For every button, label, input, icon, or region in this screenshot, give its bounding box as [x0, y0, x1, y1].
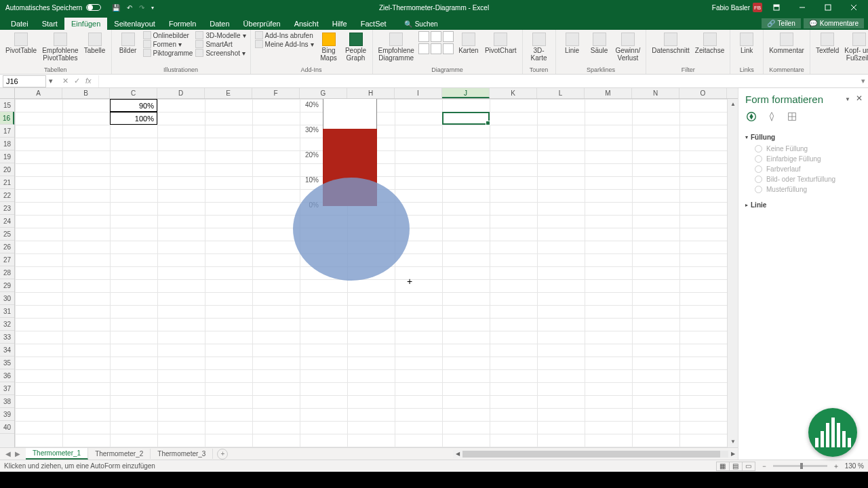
autosave-toggle[interactable]: Automatisches Speichern — [5, 4, 101, 12]
col-header-J[interactable]: J — [442, 88, 490, 98]
sheet-tab-1[interactable]: Thermometer_1 — [26, 448, 88, 460]
section-linie[interactable]: ▸Linie — [745, 199, 861, 211]
col-header-F[interactable]: F — [252, 88, 300, 98]
3d-modelle-button[interactable]: 3D-Modelle ▾ — [195, 31, 245, 39]
col-header-N[interactable]: N — [632, 88, 679, 98]
tab-einfuegen[interactable]: Einfügen — [64, 18, 107, 30]
row-header-35[interactable]: 35 — [0, 357, 14, 369]
row-header-26[interactable]: 26 — [0, 241, 14, 253]
redo-icon[interactable]: ↷ — [139, 4, 144, 12]
3d-karte-button[interactable]: 3D- Karte — [527, 31, 551, 63]
panel-close-button[interactable]: ✕ — [856, 94, 863, 103]
row-header-17[interactable]: 17 — [0, 125, 14, 138]
confirm-icon[interactable]: ✓ — [74, 77, 80, 85]
tell-me-search[interactable]: 🔍 Suchen — [404, 20, 438, 30]
row-header-36[interactable]: 36 — [0, 369, 14, 382]
qat-dropdown-icon[interactable]: ▾ — [151, 5, 154, 11]
comments-button[interactable]: 💬 Kommentare — [804, 18, 864, 28]
minimize-button[interactable] — [791, 0, 814, 15]
section-fuellung[interactable]: ▾Füllung — [745, 131, 861, 144]
panel-options-dropdown-icon[interactable]: ▼ — [845, 96, 850, 102]
effects-tab-icon[interactable] — [766, 110, 778, 123]
col-header-L[interactable]: L — [537, 88, 585, 98]
row-header-28[interactable]: 28 — [0, 266, 14, 279]
ribbon-options-icon[interactable] — [765, 0, 788, 15]
recommended-pivot-button[interactable]: Empfohlene PivotTables — [41, 31, 79, 63]
people-graph-button[interactable]: People Graph — [344, 31, 368, 63]
row-header-16[interactable]: 16 — [0, 112, 14, 125]
chart-type-icon[interactable] — [431, 43, 441, 54]
tab-daten[interactable]: Daten — [203, 18, 236, 30]
tab-datei[interactable]: Datei — [4, 18, 35, 30]
tab-ueberpruefen[interactable]: Überprüfen — [237, 18, 288, 30]
maximize-button[interactable] — [816, 0, 840, 15]
fill-option-pattern[interactable]: Musterfüllung — [745, 184, 861, 195]
row-header-39[interactable]: 39 — [0, 408, 14, 421]
row-header-33[interactable]: 33 — [0, 331, 14, 344]
fill-option-picture[interactable]: Bild- oder Texturfüllung — [745, 174, 861, 184]
chart-type-icon[interactable] — [443, 43, 454, 54]
datenschnitt-button[interactable]: Datenschnitt — [650, 31, 691, 56]
fill-line-tab-icon[interactable] — [745, 110, 757, 123]
piktogramme-button[interactable]: Piktogramme — [143, 49, 193, 57]
name-box[interactable]: J16 — [3, 75, 46, 87]
row-header-20[interactable]: 20 — [0, 163, 14, 176]
textfeld-button[interactable]: Textfeld — [814, 31, 840, 56]
row-header-31[interactable]: 31 — [0, 305, 14, 318]
zoom-level[interactable]: 130 % — [845, 462, 864, 470]
fill-option-solid[interactable]: Einfarbige Füllung — [745, 154, 861, 164]
page-layout-view-button[interactable]: ▤ — [729, 462, 743, 471]
onlinebilder-button[interactable]: Onlinebilder — [143, 31, 193, 39]
share-button[interactable]: 🔗 Teilen — [762, 18, 801, 28]
col-header-H[interactable]: H — [347, 88, 395, 98]
row-header-23[interactable]: 23 — [0, 202, 14, 215]
cancel-icon[interactable]: ✕ — [62, 77, 68, 85]
col-header-E[interactable]: E — [205, 88, 252, 98]
kommentar-button[interactable]: Kommentar — [768, 31, 806, 56]
row-header-21[interactable]: 21 — [0, 176, 14, 189]
select-all-corner[interactable] — [0, 88, 15, 98]
fx-icon[interactable]: fx — [85, 77, 92, 85]
thermometer-bulb-shape[interactable] — [293, 178, 410, 281]
scroll-down-icon[interactable]: ▼ — [728, 436, 738, 447]
user-name[interactable]: Fabio Basler — [712, 4, 750, 12]
formula-expand-icon[interactable]: ▾ — [859, 77, 868, 85]
name-box-dropdown-icon[interactable]: ▾ — [46, 77, 56, 85]
cell-grid[interactable]: 90% 100% 40% 30% 20% 10% 0% + — [15, 99, 727, 447]
zoom-out-button[interactable]: － — [761, 462, 768, 471]
maps-button[interactable]: Karten — [456, 31, 481, 56]
fill-option-none[interactable]: Keine Füllung — [745, 144, 861, 154]
vertical-scrollbar[interactable]: ▲ ▼ — [727, 99, 738, 447]
sparkline-winloss-button[interactable]: Gewinn/ Verlust — [614, 31, 642, 63]
tab-hilfe[interactable]: Hilfe — [326, 18, 354, 30]
col-header-M[interactable]: M — [585, 88, 632, 98]
tab-formeln[interactable]: Formeln — [162, 18, 203, 30]
undo-icon[interactable]: ↶ — [127, 4, 132, 12]
row-header-38[interactable]: 38 — [0, 395, 14, 408]
row-header-32[interactable]: 32 — [0, 318, 14, 331]
bilder-button[interactable]: Bilder — [116, 31, 140, 56]
col-header-O[interactable]: O — [679, 88, 727, 98]
col-header-D[interactable]: D — [157, 88, 205, 98]
size-properties-tab-icon[interactable] — [786, 110, 798, 123]
row-header-25[interactable]: 25 — [0, 228, 14, 241]
fill-option-gradient[interactable]: Farbverlauf — [745, 164, 861, 174]
chart-type-icon[interactable] — [418, 43, 429, 54]
row-header-24[interactable]: 24 — [0, 215, 14, 228]
pivotchart-button[interactable]: PivotChart — [484, 31, 518, 56]
col-header-K[interactable]: K — [490, 88, 537, 98]
user-avatar[interactable]: FB — [753, 3, 762, 12]
page-break-view-button[interactable]: ▭ — [742, 462, 755, 471]
smartart-button[interactable]: SmartArt — [195, 40, 245, 48]
my-addins-button[interactable]: Meine Add-Ins ▾ — [255, 40, 314, 48]
row-header-18[interactable]: 18 — [0, 138, 14, 150]
close-button[interactable] — [842, 0, 865, 15]
screenshot-button[interactable]: Screenshot ▾ — [195, 49, 245, 57]
row-header-34[interactable]: 34 — [0, 344, 14, 357]
row-header-15[interactable]: 15 — [0, 99, 14, 112]
zoom-slider[interactable] — [773, 465, 827, 467]
col-header-B[interactable]: B — [62, 88, 110, 98]
sheet-nav-next-icon[interactable]: ▶ — [15, 450, 20, 458]
cell-c15[interactable]: 90% — [110, 99, 157, 112]
bing-maps-button[interactable]: Bing Maps — [317, 31, 341, 63]
